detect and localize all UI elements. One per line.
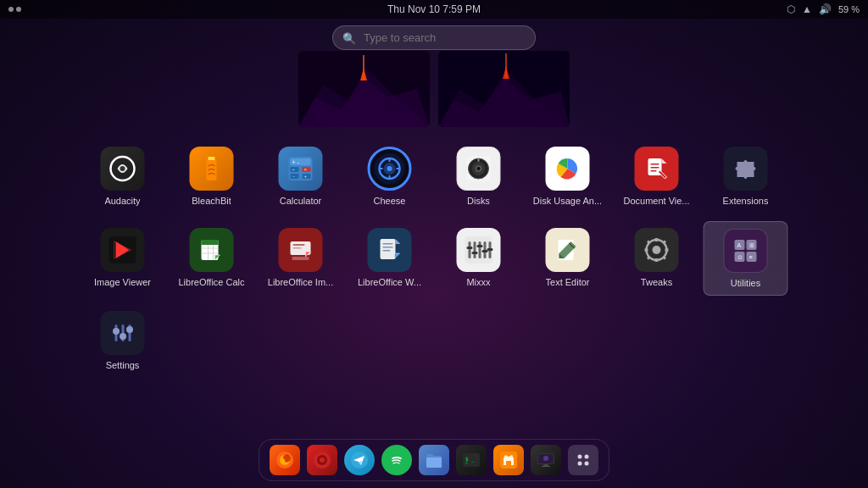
search-container: 🔍 [332,25,536,50]
settings-icon [101,311,145,355]
svg-rect-87 [655,258,659,262]
app-disks[interactable]: Disks [437,140,521,213]
svg-text:+ -: + - [292,159,300,165]
svg-point-109 [126,326,133,333]
svg-rect-122 [506,461,511,465]
svg-point-129 [585,455,589,459]
loimpress-label: LibreOffice Im... [268,277,333,287]
imageviewer-icon [101,228,145,272]
wallpaper-thumb-2[interactable] [438,51,570,127]
battery-level: 59 % [838,4,860,14]
network-icon[interactable]: ▲ [802,3,812,15]
disks-icon [457,147,501,191]
wallpaper-thumb-1[interactable] [298,51,430,127]
app-lowriter[interactable]: LibreOffice W... [348,221,432,296]
imageviewer-label: Image Viewer [94,277,151,287]
app-grid: Audacity BleachBit + - ÷ [81,140,788,377]
app-tweaks[interactable]: Tweaks [615,221,699,296]
app-loimpress[interactable]: LibreOffice Im... [259,221,343,296]
texteditor-label: Text Editor [546,277,590,287]
svg-text:×: × [304,167,308,172]
svg-point-85 [653,246,661,254]
extensions-icon [724,147,768,191]
svg-rect-38 [478,158,480,162]
app-docview[interactable]: Document Vie... [615,140,699,213]
app-cheese[interactable]: Cheese [348,140,432,213]
svg-rect-79 [487,248,493,251]
app-audacity[interactable]: Audacity [81,140,165,213]
dock-store[interactable] [493,445,524,475]
mixxx-icon [457,228,501,272]
audacity-icon [101,147,145,191]
app-calculator[interactable]: + - ÷ × - + Calculator [259,140,343,213]
svg-text:⊙: ⊙ [737,254,743,260]
audacity-label: Audacity [104,196,140,206]
app-bleachbit[interactable]: BleachBit [170,140,254,213]
svg-point-28 [387,166,392,171]
texteditor-icon [546,228,590,272]
bluetooth-icon[interactable]: ⬡ [787,3,795,15]
tweaks-icon [635,228,679,272]
svg-text:≡: ≡ [749,254,753,260]
svg-rect-75 [467,247,473,249]
svg-rect-44 [651,170,657,172]
svg-point-11 [120,166,125,171]
dock-files[interactable] [419,445,449,475]
dock-telegram[interactable] [344,445,375,475]
svg-point-128 [578,455,582,459]
lowriter-icon [368,228,412,272]
app-diskusage[interactable]: Disk Usage An... [526,140,610,213]
docview-label: Document Vie... [623,196,689,206]
app-utilities[interactable]: A ⊞ ⊙ ≡ Utilities [704,221,788,296]
svg-rect-70 [469,241,471,258]
dock: $ _ > [259,439,609,481]
docview-icon [635,147,679,191]
svg-text:>: > [465,460,468,465]
svg-rect-51 [202,240,219,245]
app-localc[interactable]: LibreOffice Calc [170,221,254,296]
cheese-label: Cheese [374,196,406,206]
search-icon: 🔍 [342,31,356,44]
calculator-icon: + - ÷ × - + [279,147,323,191]
localc-icon [190,228,234,272]
svg-rect-89 [665,248,669,252]
svg-point-107 [113,328,120,335]
search-input[interactable] [332,25,536,50]
settings-label: Settings [106,360,140,370]
svg-rect-61 [293,247,302,249]
svg-point-108 [120,333,126,340]
svg-point-130 [578,462,582,466]
topbar-right: ⬡ ▲ 🔊 59 % [787,3,860,15]
disks-label: Disks [467,196,490,206]
mixxx-label: Mixxx [466,277,490,287]
topbar-dots [8,7,21,12]
sound-icon[interactable]: 🔊 [819,3,832,15]
app-texteditor[interactable]: Text Editor [526,221,610,296]
lowriter-label: LibreOffice W... [358,277,421,287]
app-settings[interactable]: Settings [81,304,165,377]
search-wrapper: 🔍 [332,25,536,50]
svg-rect-72 [479,241,481,258]
utilities-label: Utilities [731,278,760,288]
dock-screen[interactable] [531,445,561,475]
dock-firefox[interactable] [270,445,300,475]
wallpaper-previews [298,51,570,127]
dock-spotify[interactable] [381,445,412,475]
svg-rect-76 [472,252,478,254]
app-imageviewer[interactable]: Image Viewer [81,221,165,296]
dock-os[interactable] [307,445,337,475]
svg-rect-71 [474,241,476,258]
svg-point-37 [477,167,481,170]
svg-rect-62 [292,257,309,260]
svg-rect-77 [477,245,483,247]
app-extensions[interactable]: Extensions [704,140,788,213]
dock-apps[interactable] [568,445,598,475]
topbar-dot-1 [8,7,14,12]
dock-terminal[interactable]: $ _ > [456,445,487,475]
app-mixxx[interactable]: Mixxx [437,221,521,296]
diskusage-label: Disk Usage An... [533,196,602,206]
topbar-dot-2 [16,7,21,12]
cheese-icon [368,147,412,191]
localc-label: LibreOffice Calc [178,277,244,287]
svg-rect-67 [383,250,391,252]
